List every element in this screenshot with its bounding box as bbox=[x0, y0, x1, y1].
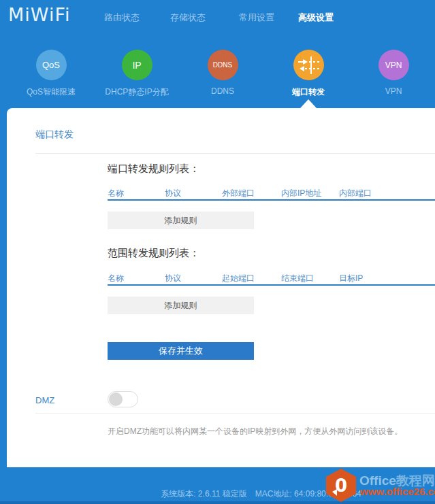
column-header-internal-port: 内部端口 bbox=[339, 188, 396, 199]
office26-watermark: 0 Office教程网 www.office26.com bbox=[321, 468, 435, 502]
column-header-internal-ip: 内部IP地址 bbox=[281, 188, 339, 199]
menu-item-ddns[interactable]: DDNS DDNS bbox=[182, 50, 263, 96]
qos-icon: QoS bbox=[36, 50, 67, 80]
system-version: 系统版本: 2.6.11 稳定版 bbox=[161, 489, 246, 499]
divider bbox=[35, 413, 435, 414]
save-apply-button[interactable]: 保存并生效 bbox=[108, 342, 254, 360]
active-tab-pointer bbox=[300, 99, 317, 108]
column-header-protocol: 协议 bbox=[165, 273, 222, 284]
ddns-icon: DDNS bbox=[208, 50, 238, 80]
ip-icon: IP bbox=[122, 50, 152, 80]
column-header-start-port: 起始端口 bbox=[222, 273, 281, 284]
table-header-underline bbox=[108, 284, 435, 286]
menu-item-vpn[interactable]: VPN VPN bbox=[353, 50, 434, 96]
page-title: 端口转发 bbox=[35, 129, 74, 141]
port-rules-heading: 端口转发规则列表： bbox=[108, 163, 199, 175]
column-header-name: 名称 bbox=[108, 188, 165, 199]
divider bbox=[35, 153, 435, 154]
column-header-end-port: 结束端口 bbox=[281, 273, 339, 284]
table-header-underline bbox=[108, 199, 435, 201]
menu-item-label: 端口转发 bbox=[268, 86, 349, 98]
add-port-rule-button[interactable]: 添加规则 bbox=[108, 212, 254, 229]
dmz-description: 开启DMZ功能可以将内网某一个设备的IP映射到外网，方便从外网访问到该设备。 bbox=[108, 426, 402, 437]
range-rules-table-header: 名称 协议 起始端口 结束端口 目标IP bbox=[108, 273, 435, 284]
advanced-settings-menu: QoS QoS智能限速 IP DHCP静态IP分配 DDNS DDNS 端口转发… bbox=[0, 0, 435, 109]
office-hexagon-logo-icon: 0 bbox=[324, 469, 358, 504]
watermark-site-url: www.office26.com bbox=[360, 486, 435, 497]
range-rules-heading: 范围转发规则列表： bbox=[108, 247, 199, 260]
column-header-external-port: 外部端口 bbox=[222, 188, 281, 199]
menu-item-label: DDNS bbox=[182, 86, 263, 96]
dmz-toggle[interactable] bbox=[108, 391, 138, 407]
menu-item-port-forward[interactable]: 端口转发 bbox=[268, 50, 349, 98]
menu-item-label: DHCP静态IP分配 bbox=[96, 86, 178, 98]
menu-item-label: QoS智能限速 bbox=[10, 86, 92, 98]
port-forward-panel: 端口转发 端口转发规则列表： 名称 协议 外部端口 内部IP地址 内部端口 添加… bbox=[7, 108, 435, 467]
port-rules-table-header: 名称 协议 外部端口 内部IP地址 内部端口 bbox=[108, 188, 435, 199]
menu-item-label: VPN bbox=[353, 86, 434, 96]
port-forward-icon bbox=[293, 50, 324, 80]
add-range-rule-button[interactable]: 添加规则 bbox=[108, 297, 254, 314]
column-header-name: 名称 bbox=[108, 273, 165, 284]
dmz-toggle-knob bbox=[109, 392, 123, 406]
menu-item-dhcp[interactable]: IP DHCP静态IP分配 bbox=[96, 50, 178, 98]
dmz-label: DMZ bbox=[35, 395, 54, 405]
column-header-protocol: 协议 bbox=[165, 188, 222, 199]
vpn-icon: VPN bbox=[378, 50, 409, 80]
column-header-target-ip: 目标IP bbox=[339, 273, 396, 284]
menu-item-qos[interactable]: QoS QoS智能限速 bbox=[10, 50, 92, 98]
